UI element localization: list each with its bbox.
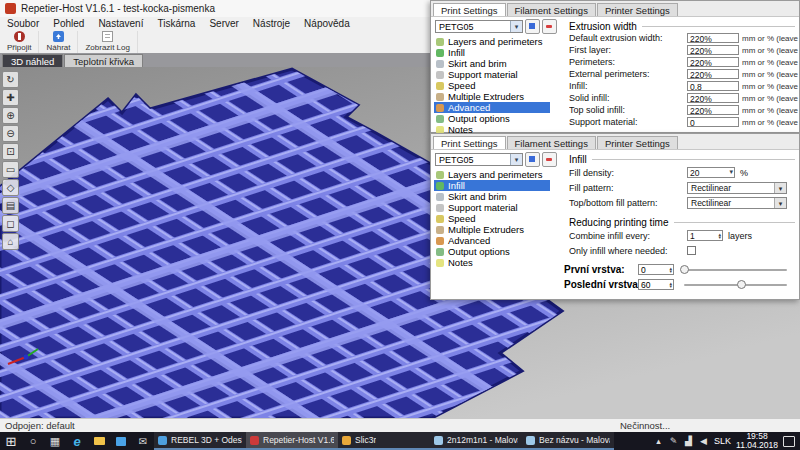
settings-section-item[interactable]: Multiple Extruders	[434, 91, 561, 102]
move-view-icon[interactable]: ✚	[2, 89, 19, 106]
menu-item[interactable]: Tiskárna	[150, 17, 202, 30]
menu-item[interactable]: Soubor	[0, 17, 46, 30]
notes-icon	[436, 259, 444, 267]
explorer-icon[interactable]	[88, 432, 110, 450]
infill-icon	[436, 49, 444, 57]
settings-section-item[interactable]: Multiple Extruders	[434, 224, 561, 235]
toolbar-button[interactable]: Zobrazit Log	[78, 31, 137, 53]
settings-section-item[interactable]: Support material	[434, 202, 561, 213]
menu-item[interactable]: Nápověda	[297, 17, 357, 30]
top-bottom-pattern-select[interactable]: Rectilinear	[687, 197, 787, 209]
settings-tab[interactable]: Print Settings	[433, 3, 506, 16]
start-icon[interactable]	[0, 432, 22, 450]
mail-icon[interactable]	[132, 432, 154, 450]
first-layer-slider[interactable]	[684, 265, 787, 275]
fill-density-combo[interactable]: 20	[687, 167, 735, 178]
settings-section-item[interactable]: Infill	[434, 180, 550, 191]
value-input[interactable]: 220%	[687, 33, 739, 43]
taskbar-app-button[interactable]: Slic3r	[338, 432, 430, 450]
tray-expand-icon[interactable]: ▴	[653, 436, 664, 446]
settings-section-item[interactable]: Speed	[434, 213, 561, 224]
settings-section-item[interactable]: Advanced	[434, 235, 561, 246]
only-infill-checkbox[interactable]	[687, 246, 696, 255]
view-tab[interactable]: Teplotní křivka	[64, 54, 143, 67]
first-layer-stepper[interactable]: 0	[638, 264, 674, 275]
save-preset-button[interactable]	[525, 152, 540, 167]
fit-objects-icon[interactable]: ⊡	[2, 143, 19, 160]
edge-icon[interactable]	[66, 432, 88, 450]
menu-item[interactable]: Server	[202, 17, 245, 30]
last-layer-stepper[interactable]: 60	[638, 279, 674, 290]
front-view-icon[interactable]: ▭	[2, 161, 19, 178]
language-indicator[interactable]: SLK	[714, 436, 731, 446]
taskbar-app-button[interactable]: Bez názvu - Malová...	[522, 432, 614, 450]
zoom-in-icon[interactable]: ⊕	[2, 107, 19, 124]
volume-icon[interactable]: ◀	[698, 436, 709, 446]
top-view-icon[interactable]: ▤	[2, 197, 19, 214]
iso-view-icon[interactable]: ◇	[2, 179, 19, 196]
settings-section-item[interactable]: Notes	[434, 257, 561, 268]
settings-left-column: PETG05 Layers and perimeters	[431, 150, 561, 299]
settings-tab[interactable]: Print Settings	[433, 136, 506, 149]
preset-select[interactable]: PETG05	[435, 153, 523, 166]
settings-tab[interactable]: Filament Settings	[507, 136, 596, 149]
menu-item[interactable]: Nastavení	[91, 17, 150, 30]
view-tab[interactable]: 3D náhled	[2, 54, 63, 67]
home-view-icon[interactable]: ⌂	[2, 233, 19, 250]
zoom-out-icon[interactable]: ⊖	[2, 125, 19, 142]
settings-tab[interactable]: Printer Settings	[597, 3, 678, 16]
combine-infill-stepper[interactable]: 1	[687, 230, 723, 241]
clock[interactable]: 19:58 11.04.2018	[736, 432, 778, 450]
app-icon	[526, 436, 535, 445]
setting-row: First layer: 220% mm or % (leave 0 for d…	[561, 44, 799, 56]
value-input[interactable]: 220%	[687, 45, 739, 55]
output-icon	[436, 248, 444, 256]
toolbar-button[interactable]: Připojit	[0, 31, 39, 53]
settings-section-item[interactable]: Output options	[434, 246, 561, 257]
search-icon[interactable]	[22, 432, 44, 450]
settings-section-item[interactable]: Layers and perimeters	[434, 36, 561, 47]
speed-icon	[436, 82, 444, 90]
taskbar-app-button[interactable]: 2n12m1n1 - Malova...	[430, 432, 522, 450]
settings-section-item[interactable]: Output options	[434, 113, 561, 124]
taskbar-app-button[interactable]: REBEL 3D + Odeslat...	[154, 432, 246, 450]
network-icon[interactable]: ▟	[683, 436, 694, 446]
value-input[interactable]: 220%	[687, 93, 739, 103]
side-view-icon[interactable]: ◻	[2, 215, 19, 232]
settings-tab[interactable]: Filament Settings	[507, 3, 596, 16]
delete-preset-button[interactable]	[542, 19, 557, 34]
pen-icon[interactable]: ✎	[668, 436, 679, 446]
settings-section-item[interactable]: Infill	[434, 47, 561, 58]
toolbar-button[interactable]: Náhrat	[39, 31, 78, 53]
slider-thumb[interactable]	[737, 280, 746, 289]
last-layer-slider[interactable]	[684, 280, 787, 290]
settings-section-item[interactable]: Advanced	[434, 102, 550, 113]
settings-section-item[interactable]: Support material	[434, 69, 561, 80]
settings-section-item[interactable]: Layers and perimeters	[434, 169, 561, 180]
fill-pattern-select[interactable]: Rectilinear	[687, 182, 787, 194]
value-input[interactable]: 220%	[687, 105, 739, 115]
preset-select[interactable]: PETG05	[435, 20, 523, 33]
settings-section-item[interactable]: Skirt and brim	[434, 191, 561, 202]
value-input[interactable]: 0	[687, 117, 739, 127]
save-preset-button[interactable]	[525, 19, 540, 34]
settings-section-item[interactable]: Speed	[434, 80, 561, 91]
slider-thumb[interactable]	[680, 265, 689, 274]
menu-item[interactable]: Nástroje	[246, 17, 297, 30]
extruders-icon	[436, 93, 444, 101]
taskbar-app-button[interactable]: Repetier-Host V1.6...	[246, 432, 338, 450]
action-center-icon[interactable]	[783, 436, 795, 447]
value-input[interactable]: 0.8	[687, 81, 739, 91]
value-input[interactable]: 220%	[687, 69, 739, 79]
settings-tab[interactable]: Printer Settings	[597, 136, 678, 149]
connection-status: Odpojen: default	[5, 420, 75, 431]
menu-item[interactable]: Pohled	[46, 17, 91, 30]
rotate-view-icon[interactable]: ↻	[2, 71, 19, 88]
store-icon[interactable]	[110, 432, 132, 450]
taskview-icon[interactable]	[44, 432, 66, 450]
delete-preset-button[interactable]	[542, 152, 557, 167]
system-tray: ▴✎▟◀ SLK 19:58 11.04.2018	[653, 432, 800, 450]
value-input[interactable]: 220%	[687, 57, 739, 67]
setting-row: Infill: 0.8 mm or % (leave 0 for default…	[561, 80, 799, 92]
settings-section-item[interactable]: Skirt and brim	[434, 58, 561, 69]
